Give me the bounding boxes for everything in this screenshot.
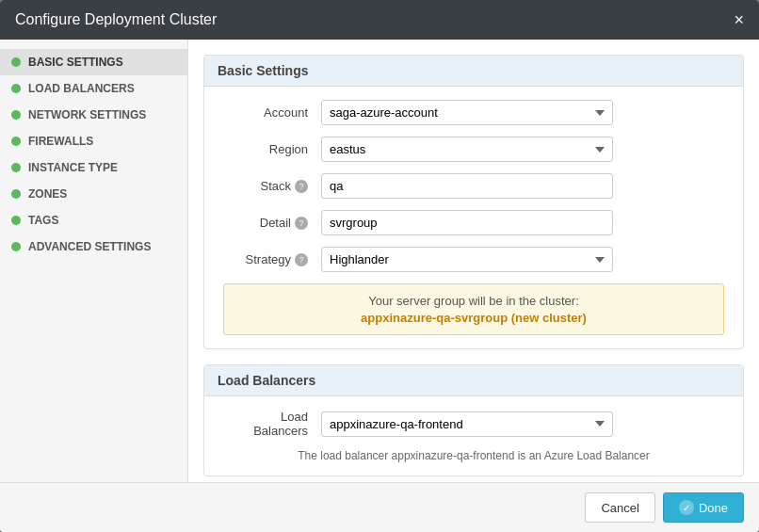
sidebar-item-tags[interactable]: Tags (0, 207, 187, 234)
load-balancers-select[interactable]: appxinazure-qa-frontend (321, 411, 613, 437)
cluster-info-prefix: Your server group will be in the cluster… (368, 294, 579, 308)
sidebar-label-load-balancers: Load Balancers (28, 82, 135, 95)
status-dot-zones (11, 189, 21, 199)
region-label: Region (223, 142, 308, 156)
load-balancers-label: Load Balancers (223, 410, 308, 438)
status-dot-instance-type (11, 163, 21, 172)
stack-label: Stack ? (223, 179, 308, 193)
cluster-name: appxinazure-qa-svrgroup (new cluster) (237, 311, 710, 325)
account-label: Account (223, 105, 308, 120)
load-balancers-header: Load Balancers (204, 365, 743, 396)
main-content: Basic Settings Account saga-azure-accoun… (188, 40, 759, 482)
sidebar-item-basic-settings[interactable]: Basic Settings (0, 49, 187, 75)
sidebar-label-instance-type: Instance Type (28, 161, 118, 174)
status-dot-firewalls (11, 137, 21, 146)
basic-settings-body: Account saga-azure-account Region eastus (204, 87, 743, 348)
strategy-row: Strategy ? Highlander (223, 247, 724, 272)
modal-close-button[interactable]: × (734, 11, 744, 28)
strategy-select[interactable]: Highlander (321, 247, 613, 272)
load-balancers-row: Load Balancers appxinazure-qa-frontend (223, 410, 724, 438)
status-dot-network-settings (11, 110, 21, 120)
sidebar-item-instance-type[interactable]: Instance Type (0, 154, 187, 181)
detail-help-icon[interactable]: ? (295, 217, 308, 230)
done-button[interactable]: ✓ Done (663, 492, 744, 523)
status-dot-advanced-settings (11, 242, 21, 251)
sidebar-item-zones[interactable]: Zones (0, 181, 187, 207)
basic-settings-card: Basic Settings Account saga-azure-accoun… (203, 55, 744, 349)
detail-row: Detail ? (223, 210, 724, 235)
stack-row: Stack ? (223, 173, 724, 199)
sidebar-item-advanced-settings[interactable]: Advanced Settings (0, 234, 187, 260)
done-label: Done (699, 501, 728, 515)
status-dot-load-balancers (11, 84, 21, 93)
lb-info-text: The load balancer appxinazure-qa-fronten… (223, 449, 724, 462)
sidebar-label-basic-settings: Basic Settings (28, 56, 123, 69)
region-select[interactable]: eastus (321, 137, 613, 162)
modal-footer: Cancel ✓ Done (0, 482, 759, 532)
done-check-icon: ✓ (679, 500, 694, 515)
detail-input[interactable] (321, 210, 613, 235)
sidebar-label-network-settings: Network Settings (28, 108, 146, 121)
region-row: Region eastus (223, 137, 724, 162)
account-select[interactable]: saga-azure-account (321, 100, 613, 125)
modal-body: Basic Settings Load Balancers Network Se… (0, 40, 759, 482)
sidebar-label-firewalls: Firewalls (28, 135, 93, 148)
cluster-info-alert: Your server group will be in the cluster… (223, 283, 724, 335)
sidebar: Basic Settings Load Balancers Network Se… (0, 40, 188, 482)
load-balancers-card: Load Balancers Load Balancers appxinazur… (203, 364, 744, 476)
stack-input[interactable] (321, 173, 613, 199)
sidebar-item-load-balancers[interactable]: Load Balancers (0, 75, 187, 102)
modal-title: Configure Deployment Cluster (15, 11, 217, 28)
status-dot-basic-settings (11, 57, 21, 67)
detail-label: Detail ? (223, 216, 308, 230)
modal-overlay: Configure Deployment Cluster × Basic Set… (0, 0, 759, 532)
sidebar-label-tags: Tags (28, 214, 58, 227)
configure-deployment-modal: Configure Deployment Cluster × Basic Set… (0, 0, 759, 532)
sidebar-label-zones: Zones (28, 187, 67, 201)
strategy-help-icon[interactable]: ? (295, 253, 308, 266)
sidebar-item-network-settings[interactable]: Network Settings (0, 102, 187, 128)
strategy-label: Strategy ? (223, 252, 308, 266)
account-row: Account saga-azure-account (223, 100, 724, 125)
sidebar-label-advanced-settings: Advanced Settings (28, 240, 151, 253)
basic-settings-header: Basic Settings (204, 56, 743, 87)
load-balancers-body: Load Balancers appxinazure-qa-frontend T… (204, 396, 743, 476)
cancel-button[interactable]: Cancel (585, 492, 654, 523)
stack-help-icon[interactable]: ? (295, 180, 308, 193)
modal-header: Configure Deployment Cluster × (0, 0, 759, 40)
sidebar-item-firewalls[interactable]: Firewalls (0, 128, 187, 154)
status-dot-tags (11, 216, 21, 225)
